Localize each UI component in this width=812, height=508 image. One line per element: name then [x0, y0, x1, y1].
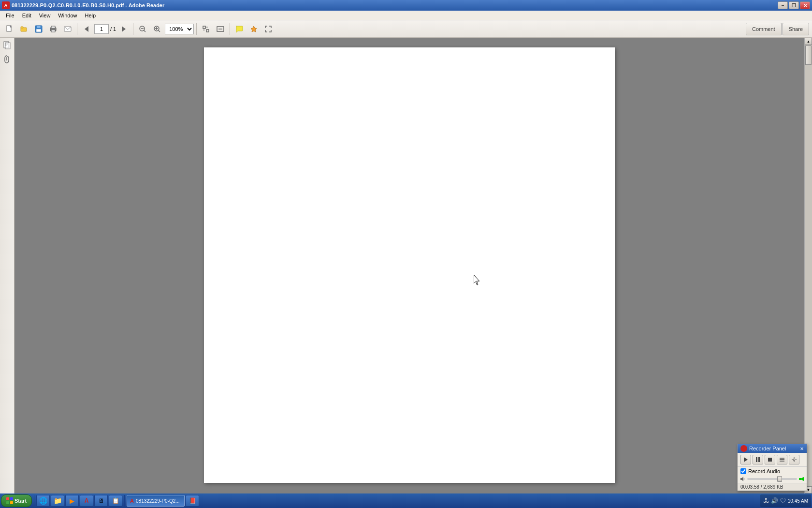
- taskbar-media[interactable]: ▶: [65, 495, 79, 507]
- fit-page-button[interactable]: [199, 22, 213, 36]
- svg-rect-45: [10, 497, 13, 500]
- title-bar-buttons[interactable]: – ❐ ✕: [778, 1, 810, 9]
- svg-rect-31: [5, 43, 10, 49]
- svg-marker-40: [740, 477, 743, 481]
- svg-marker-32: [744, 457, 748, 462]
- zoom-in-button[interactable]: [150, 22, 164, 36]
- pdf-area[interactable]: [14, 38, 804, 493]
- menu-window[interactable]: Window: [54, 12, 81, 19]
- separator-3: [196, 23, 197, 35]
- svg-rect-5: [37, 26, 41, 28]
- page-separator: / 1: [110, 26, 116, 32]
- open-button[interactable]: [17, 22, 31, 36]
- svg-rect-20: [203, 26, 205, 29]
- recorder-volume-row: [738, 476, 807, 483]
- comment-button[interactable]: Comment: [746, 23, 782, 35]
- tray-network-icon: 🖧: [763, 497, 769, 504]
- main-layout: ▲ ▼: [0, 38, 812, 493]
- minimize-button[interactable]: –: [778, 1, 788, 9]
- page-number-input[interactable]: 1: [94, 24, 109, 34]
- taskbar-app2[interactable]: 📋: [109, 495, 122, 507]
- record-pause-button[interactable]: [753, 455, 763, 464]
- zoom-container: 100% 75% 125% 150%: [165, 24, 194, 34]
- svg-point-39: [793, 459, 795, 461]
- svg-rect-6: [36, 29, 41, 32]
- record-audio-checkbox[interactable]: [740, 468, 746, 474]
- comment-tool-button[interactable]: [232, 22, 246, 36]
- svg-rect-3: [21, 27, 23, 28]
- windows-logo-icon: [6, 497, 13, 504]
- start-label: Start: [14, 498, 27, 504]
- recorder-panel: Recorder Panel ✕ Record Audio 00:03:58 /…: [737, 444, 807, 491]
- email-button[interactable]: [61, 22, 74, 36]
- stamp-button[interactable]: [247, 22, 261, 36]
- menu-view[interactable]: View: [35, 12, 55, 19]
- window-title: 081322229-P0-Q2-C0-R0-L0-E0-B0-S0-H0.pdf…: [12, 2, 164, 8]
- svg-rect-46: [6, 501, 9, 504]
- prev-page-button[interactable]: [80, 22, 93, 36]
- svg-marker-11: [85, 26, 88, 32]
- recorder-title-left: Recorder Panel: [740, 445, 786, 452]
- tray-volume-icon: 🔊: [771, 497, 778, 504]
- record-audio-label[interactable]: Record Audio: [748, 468, 780, 474]
- menu-help[interactable]: Help: [81, 12, 100, 19]
- separator-4: [230, 23, 230, 35]
- svg-rect-33: [756, 457, 757, 462]
- attachments-panel-button[interactable]: [1, 53, 13, 65]
- taskbar-ie[interactable]: 🌐: [36, 495, 50, 507]
- left-sidebar: [0, 38, 14, 493]
- volume-high-icon: [799, 477, 804, 481]
- volume-thumb[interactable]: [777, 476, 782, 482]
- record-list-button[interactable]: [777, 455, 787, 464]
- taskbar-app3[interactable]: 📕: [186, 495, 199, 507]
- record-settings-button[interactable]: [789, 455, 799, 464]
- next-page-button[interactable]: [117, 22, 130, 36]
- recorder-title: Recorder Panel: [749, 446, 786, 451]
- adobe-icon: A: [2, 1, 10, 9]
- svg-marker-12: [122, 26, 126, 32]
- pdf-page: [204, 47, 615, 483]
- scroll-thumb[interactable]: [805, 45, 812, 65]
- menu-edit[interactable]: Edit: [18, 12, 35, 19]
- taskbar-active-pdf[interactable]: A 081322229-P0-Q2...: [127, 495, 185, 507]
- start-button[interactable]: Start: [1, 494, 32, 507]
- zoom-out-button[interactable]: [136, 22, 149, 36]
- print-button[interactable]: [46, 22, 60, 36]
- zoom-select[interactable]: 100% 75% 125% 150%: [165, 24, 194, 34]
- separator-1: [77, 23, 77, 35]
- svg-rect-47: [10, 501, 13, 504]
- volume-slider[interactable]: [747, 478, 797, 480]
- svg-line-14: [144, 30, 146, 32]
- save-button[interactable]: [32, 22, 45, 36]
- taskbar-acrobat[interactable]: A: [80, 495, 93, 507]
- system-tray: 🖧 🔊 🛡 10:45 AM: [760, 494, 811, 507]
- system-clock: 10:45 AM: [788, 498, 808, 504]
- separator-2: [133, 23, 133, 35]
- recorder-checkbox-row: Record Audio: [738, 467, 807, 476]
- record-stop-button[interactable]: [765, 455, 775, 464]
- taskbar-explorer[interactable]: 📁: [51, 495, 64, 507]
- scroll-up-button[interactable]: ▲: [805, 38, 812, 45]
- svg-rect-42: [802, 478, 803, 480]
- new-button[interactable]: [3, 22, 16, 36]
- title-bar: A 081322229-P0-Q2-C0-R0-L0-E0-B0-S0-H0.p…: [0, 0, 812, 11]
- recorder-status-text: 00:03:58 / 2,689 KB: [740, 484, 783, 490]
- menu-file[interactable]: File: [2, 12, 18, 19]
- right-scrollbar[interactable]: ▲ ▼: [804, 38, 812, 493]
- pages-panel-button[interactable]: [1, 40, 13, 51]
- fit-width-button[interactable]: [214, 22, 227, 36]
- restore-button[interactable]: ❐: [789, 1, 799, 9]
- fullscreen-button[interactable]: [261, 22, 275, 36]
- title-bar-left: A 081322229-P0-Q2-C0-R0-L0-E0-B0-S0-H0.p…: [2, 1, 164, 9]
- close-button[interactable]: ✕: [800, 1, 810, 9]
- share-button[interactable]: Share: [783, 23, 809, 35]
- recorder-close-icon[interactable]: ✕: [800, 446, 804, 451]
- taskbar: Start 🌐 📁 ▶ A 🖥 📋 A 081322229-P0-Q2... 📕…: [0, 493, 812, 508]
- taskbar-app1[interactable]: 🖥: [94, 495, 108, 507]
- svg-rect-21: [206, 30, 209, 32]
- recorder-title-bar[interactable]: Recorder Panel ✕: [738, 444, 807, 453]
- volume-icon: [740, 477, 745, 481]
- scroll-track[interactable]: [805, 45, 812, 486]
- svg-rect-43: [803, 477, 804, 481]
- record-play-button[interactable]: [740, 455, 751, 464]
